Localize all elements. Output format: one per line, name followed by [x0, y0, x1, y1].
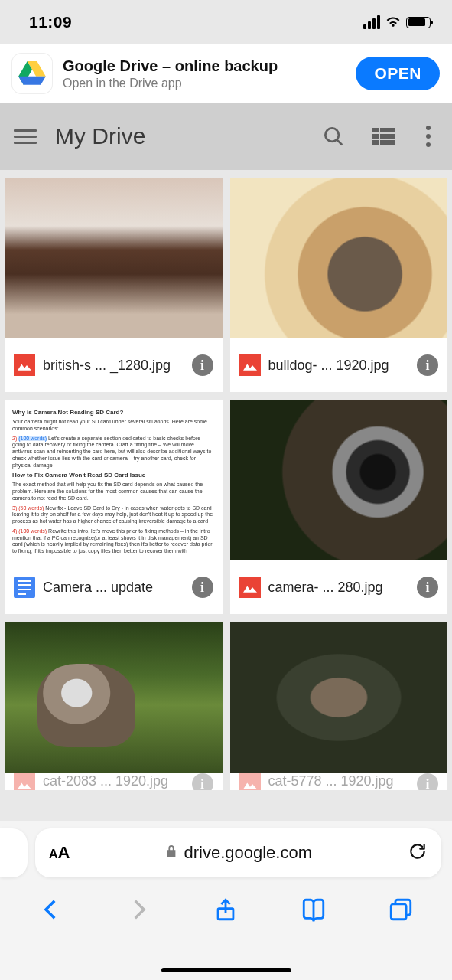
- info-icon[interactable]: i: [417, 577, 438, 598]
- image-file-icon: [239, 577, 261, 598]
- banner-title: Google Drive – online backup: [63, 57, 345, 75]
- docs-file-icon: [14, 577, 35, 598]
- info-icon[interactable]: i: [417, 354, 438, 376]
- status-icons: [363, 14, 431, 31]
- previous-tab-edge[interactable]: [0, 828, 28, 877]
- browser-chrome: AA drive.google.com: [0, 821, 452, 980]
- app-install-banner: Google Drive – online backup Open in the…: [0, 44, 452, 103]
- share-icon[interactable]: [213, 897, 239, 926]
- address-bar[interactable]: AA drive.google.com: [35, 828, 441, 877]
- menu-icon[interactable]: [14, 129, 37, 144]
- forward-button: [125, 897, 151, 926]
- image-file-icon: [239, 773, 261, 790]
- status-time: 11:09: [29, 13, 72, 31]
- info-icon[interactable]: i: [417, 773, 438, 790]
- banner-subtitle: Open in the Drive app: [63, 77, 345, 90]
- image-file-icon: [239, 354, 261, 376]
- file-thumbnail: [230, 178, 448, 338]
- file-tile[interactable]: bulldog- ... 1920.jpg i: [230, 178, 448, 392]
- battery-icon: [406, 17, 431, 28]
- tabs-icon[interactable]: [388, 897, 414, 926]
- file-tile[interactable]: camera- ... 280.jpg i: [230, 400, 448, 614]
- info-icon[interactable]: i: [192, 354, 213, 376]
- file-grid[interactable]: british-s ... _1280.jpg i bulldog- ... 1…: [0, 173, 452, 821]
- reload-icon[interactable]: [408, 841, 428, 864]
- back-button[interactable]: [38, 897, 64, 926]
- status-bar: 11:09: [0, 0, 452, 44]
- svg-rect-4: [391, 904, 406, 920]
- file-tile[interactable]: Why is Camera Not Reading SD Card? Your …: [5, 400, 223, 614]
- search-icon[interactable]: [317, 120, 350, 152]
- info-icon[interactable]: i: [192, 773, 213, 790]
- bookmarks-icon[interactable]: [301, 897, 327, 926]
- home-indicator[interactable]: [161, 968, 291, 972]
- page-title: My Drive: [55, 123, 299, 149]
- wifi-icon: [385, 14, 402, 31]
- file-tile[interactable]: cat-5778 ... 1920.jpg i: [230, 622, 448, 790]
- url-text: drive.google.com: [184, 843, 312, 863]
- text-size-icon[interactable]: AA: [49, 843, 70, 863]
- info-icon[interactable]: i: [192, 577, 213, 598]
- drive-toolbar: My Drive: [0, 103, 452, 170]
- file-tile[interactable]: cat-2083 ... 1920.jpg i: [5, 622, 223, 790]
- svg-line-1: [337, 139, 342, 145]
- file-thumbnail: [230, 400, 448, 560]
- cellular-signal-icon: [363, 15, 380, 29]
- file-tile[interactable]: british-s ... _1280.jpg i: [5, 178, 223, 392]
- open-app-button[interactable]: OPEN: [356, 57, 440, 90]
- file-thumbnail: [230, 622, 448, 773]
- image-file-icon: [14, 354, 35, 376]
- google-drive-logo-icon: [12, 54, 52, 93]
- file-thumbnail: [5, 622, 223, 773]
- file-thumbnail: [5, 178, 223, 338]
- file-thumbnail: Why is Camera Not Reading SD Card? Your …: [5, 400, 223, 560]
- file-name: cat-2083 ... 1920.jpg: [43, 773, 184, 789]
- more-options-icon[interactable]: [418, 121, 438, 152]
- file-name: camera- ... 280.jpg: [268, 580, 410, 596]
- list-view-icon[interactable]: [368, 123, 400, 149]
- file-name: bulldog- ... 1920.jpg: [268, 358, 410, 374]
- lock-icon: [165, 844, 177, 861]
- file-name: cat-5778 ... 1920.jpg: [268, 773, 410, 789]
- svg-point-0: [325, 128, 339, 142]
- file-name: british-s ... _1280.jpg: [43, 358, 184, 374]
- file-name: Camera ... update: [43, 580, 184, 596]
- image-file-icon: [14, 773, 35, 790]
